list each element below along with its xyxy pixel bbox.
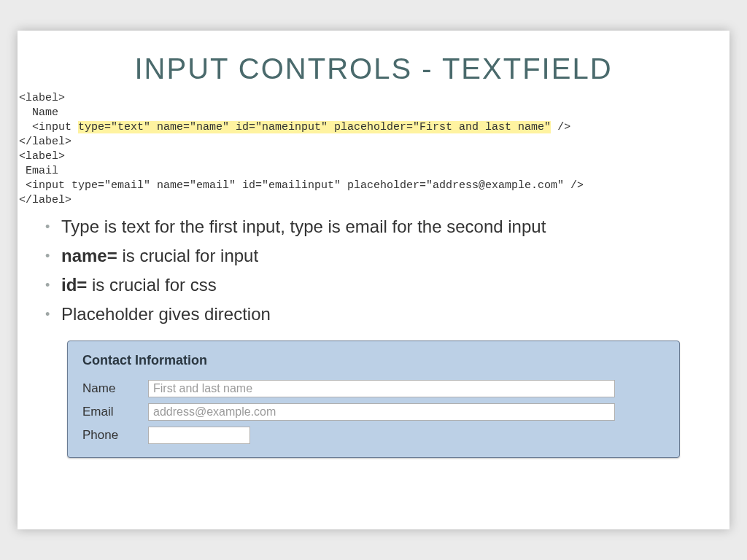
- form-title: Contact Information: [68, 341, 679, 377]
- bullet-3: id= is crucial for css: [61, 271, 708, 300]
- name-label: Name: [82, 381, 148, 396]
- bullet-2-bold: name=: [61, 246, 117, 265]
- email-input[interactable]: [148, 403, 615, 421]
- code-line-3-prefix: <input: [19, 121, 78, 133]
- page: INPUT CONTROLS - TEXTFIELD <label> Name …: [0, 0, 747, 560]
- code-line-5: <label>: [19, 150, 65, 163]
- code-line-4: </label>: [19, 136, 71, 148]
- bullet-3-bold: id=: [61, 275, 87, 295]
- bullet-list: Type is text for the first input, type i…: [39, 212, 708, 329]
- contact-form: Contact Information Name Email Phone: [67, 341, 680, 458]
- code-line-7: <input type="email" name="email" id="ema…: [19, 179, 584, 192]
- code-example: <label> Name <input type="text" name="na…: [18, 90, 729, 209]
- slide-title: INPUT CONTROLS - TEXTFIELD: [18, 31, 729, 90]
- phone-input[interactable]: [148, 427, 250, 444]
- bullet-3-rest: is crucial for css: [87, 275, 216, 295]
- email-label: Email: [82, 405, 148, 419]
- code-line-3-suffix: />: [551, 121, 570, 133]
- bullet-4: Placeholder gives direction: [61, 300, 708, 329]
- slide: INPUT CONTROLS - TEXTFIELD <label> Name …: [18, 31, 729, 529]
- row-phone: Phone: [68, 424, 679, 447]
- row-name: Name: [68, 377, 679, 400]
- code-line-2: Name: [19, 106, 58, 119]
- code-line-3-highlight: type="text" name="name" id="nameinput" p…: [78, 121, 551, 133]
- code-line-8: </label>: [19, 194, 71, 206]
- phone-label: Phone: [82, 428, 148, 443]
- row-email: Email: [68, 400, 679, 424]
- bullet-2-rest: is crucial for input: [117, 246, 258, 265]
- name-input[interactable]: [148, 380, 615, 397]
- bullet-2: name= is crucial for input: [61, 241, 708, 271]
- code-line-1: <label>: [19, 92, 65, 104]
- bullet-1: Type is text for the first input, type i…: [61, 212, 708, 241]
- code-line-6: Email: [19, 165, 58, 177]
